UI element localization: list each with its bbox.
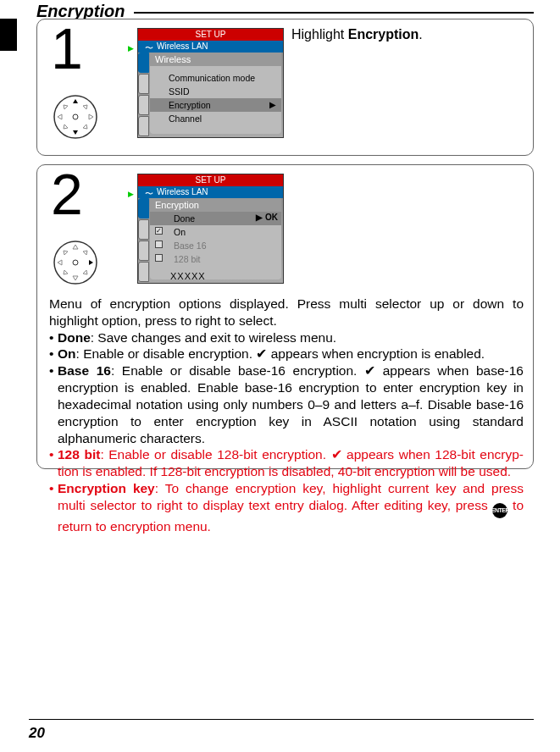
multi-selector-icon bbox=[53, 94, 98, 140]
bullet-text: : Enable or disable base-16 encryption. … bbox=[58, 363, 524, 445]
lcd-tab bbox=[138, 74, 149, 94]
lcd-body: Wireless Communication mode SSID Encrypt… bbox=[150, 53, 281, 134]
lcd-item-label: 128 bit bbox=[174, 254, 201, 264]
page-number: 20 bbox=[29, 725, 45, 742]
lcd-item-label: Encryption bbox=[169, 100, 211, 110]
arrow-right-icon: ▶ bbox=[269, 100, 276, 109]
lcd-side-tabs bbox=[138, 53, 150, 137]
lcd-item-channel: Channel bbox=[150, 112, 281, 125]
bullet-on: • On: Enable or disable encryption. ✔ ap… bbox=[49, 346, 524, 362]
lcd-tab bbox=[138, 116, 149, 136]
bullet-done: • Done: Save changes and exit to wireles… bbox=[49, 329, 524, 346]
bullet-text: : Enable or disable 128-bit encryption. … bbox=[58, 447, 524, 478]
checkbox-icon bbox=[155, 241, 163, 248]
lcd-header: SET UP bbox=[138, 29, 283, 41]
lcd-item-key: XXXXX bbox=[150, 266, 281, 281]
bullet-label: Done bbox=[58, 330, 91, 345]
step-2-body: Menu of encryption options displayed. Pr… bbox=[49, 296, 524, 535]
bullet-128bit: • 128 bit: Enable or disable 128-bit enc… bbox=[49, 446, 524, 480]
step-1-box: 1 SET UP 〜 Wireless LAN ▶ Wireless Commu… bbox=[36, 19, 534, 156]
bullet-label: 128 bit bbox=[58, 447, 100, 462]
enter-button-icon: ENTER bbox=[492, 503, 507, 518]
bullet-label: Encryption key bbox=[58, 481, 155, 495]
ok-indicator: ▶ OK bbox=[256, 213, 278, 222]
lcd-item-on: ✓ On bbox=[150, 225, 281, 239]
multi-selector-icon bbox=[53, 240, 98, 285]
lcd-section-label: Wireless bbox=[150, 53, 281, 66]
checkbox-icon: ✓ bbox=[155, 227, 163, 235]
lcd-item-ssid: SSID bbox=[150, 85, 281, 98]
lcd-subheader: 〜 Wireless LAN ▶ bbox=[138, 41, 283, 53]
lcd-section-label: Encryption bbox=[150, 198, 281, 212]
lcd-item-128bit: 128 bit bbox=[150, 252, 281, 266]
bullet-text: : Save changes and exit to wireless menu… bbox=[91, 330, 336, 345]
text-bold: Encryption bbox=[348, 27, 419, 41]
bullet-label: On bbox=[58, 346, 76, 361]
lcd-item-done: Done ▶ OK bbox=[150, 212, 281, 225]
lcd-side-tabs bbox=[138, 198, 150, 283]
lcd-subheader-text: Wireless LAN bbox=[157, 41, 208, 51]
bullet-icon: • bbox=[49, 480, 58, 535]
bullet-base16: • Base 16: Enable or disable base-16 enc… bbox=[49, 362, 524, 446]
checkbox-icon bbox=[155, 254, 163, 262]
lcd-item-encryption: Encryption ▶ bbox=[150, 98, 281, 112]
footer-rule bbox=[29, 719, 534, 720]
step-2-box: 2 SET UP 〜 Wireless LAN ▶ Encryption Don… bbox=[36, 164, 534, 469]
lcd-screen-1: SET UP 〜 Wireless LAN ▶ Wireless Communi… bbox=[137, 28, 284, 138]
lcd-item-label: Base 16 bbox=[174, 241, 207, 251]
step-2-number: 2 bbox=[51, 165, 83, 223]
lcd-body: Encryption Done ▶ OK ✓ On Base 16 128 bi… bbox=[150, 198, 281, 279]
bullet-encryption-key: • Encryption key: To change encryption k… bbox=[49, 480, 524, 535]
intro-text: Menu of encryption options displayed. Pr… bbox=[49, 296, 524, 329]
play-icon: ▶ bbox=[128, 188, 134, 200]
bullet-icon: • bbox=[49, 329, 58, 346]
play-icon: ▶ bbox=[128, 42, 134, 54]
lcd-item-label: On bbox=[174, 227, 186, 237]
lcd-item-base16: Base 16 bbox=[150, 239, 281, 252]
lcd-tab bbox=[138, 241, 149, 261]
lcd-tab bbox=[138, 198, 149, 218]
lcd-tab bbox=[138, 95, 149, 115]
side-tab bbox=[0, 19, 17, 51]
lcd-tab bbox=[138, 262, 149, 282]
step-1-instruction: Highlight Encryption. bbox=[291, 26, 524, 44]
bullet-text: : Enable or disable encryption. ✔ appear… bbox=[76, 346, 485, 361]
lcd-tab bbox=[138, 219, 149, 240]
lcd-screen-2: SET UP 〜 Wireless LAN ▶ Encryption Done … bbox=[137, 174, 284, 284]
lcd-header: SET UP bbox=[138, 174, 283, 186]
lcd-item-label: Done bbox=[174, 213, 195, 224]
lcd-item-communication-mode: Communication mode bbox=[150, 71, 281, 85]
title-rule bbox=[134, 12, 534, 14]
text: Highlight bbox=[291, 27, 348, 41]
bullet-icon: • bbox=[49, 362, 58, 446]
bullet-icon: • bbox=[49, 446, 58, 480]
bullet-label: Base 16 bbox=[58, 363, 111, 378]
lcd-subheader: 〜 Wireless LAN ▶ bbox=[138, 186, 283, 198]
lcd-tab bbox=[138, 53, 149, 73]
text: . bbox=[419, 27, 422, 41]
step-1-number: 1 bbox=[51, 19, 83, 77]
bullet-icon: • bbox=[49, 346, 58, 362]
lcd-subheader-text: Wireless LAN bbox=[157, 187, 208, 196]
